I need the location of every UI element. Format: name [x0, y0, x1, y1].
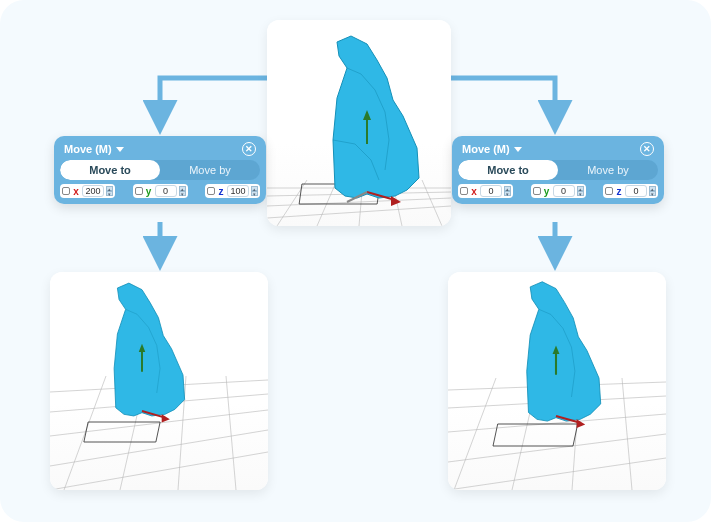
svg-line-28	[448, 434, 666, 462]
y-step-down[interactable]: ▾	[179, 191, 186, 196]
z-lock-checkbox[interactable]	[605, 187, 613, 195]
y-lock-checkbox[interactable]	[533, 187, 541, 195]
x-axis-label: x	[72, 186, 80, 197]
z-axis-label: z	[217, 186, 225, 197]
y-lock-checkbox[interactable]	[135, 187, 143, 195]
svg-rect-22	[84, 422, 160, 442]
chevron-down-icon[interactable]	[514, 147, 522, 152]
result-viewport-right	[448, 272, 666, 490]
y-input[interactable]	[553, 185, 575, 197]
panel-title: Move (M)	[64, 143, 112, 155]
z-lock-checkbox[interactable]	[207, 187, 215, 195]
tab-row: Move to Move by	[458, 160, 658, 180]
y-axis-label: y	[145, 186, 153, 197]
z-step-down[interactable]: ▾	[649, 191, 656, 196]
tab-move-by[interactable]: Move by	[160, 160, 260, 180]
tab-move-to[interactable]: Move to	[458, 160, 558, 180]
y-field: y ▴▾	[133, 184, 188, 198]
z-step-down[interactable]: ▾	[251, 191, 258, 196]
svg-line-16	[50, 430, 268, 466]
svg-line-30	[454, 378, 496, 490]
y-field: y ▴▾	[531, 184, 586, 198]
y-step-down[interactable]: ▾	[577, 191, 584, 196]
close-icon[interactable]: ✕	[640, 142, 654, 156]
diagram-canvas: Move (M) ✕ Move to Move by x ▴▾ y ▴▾	[0, 0, 711, 522]
z-field: z ▴▾	[205, 184, 260, 198]
close-icon[interactable]: ✕	[242, 142, 256, 156]
x-input[interactable]	[480, 185, 502, 197]
z-input[interactable]	[625, 185, 647, 197]
x-input[interactable]	[82, 185, 104, 197]
x-field: x ▴▾	[60, 184, 115, 198]
source-viewport	[267, 20, 451, 226]
z-field: z ▴▾	[603, 184, 658, 198]
svg-line-21	[226, 376, 236, 490]
x-step-down[interactable]: ▾	[504, 191, 511, 196]
x-lock-checkbox[interactable]	[62, 187, 70, 195]
svg-line-8	[422, 180, 442, 226]
tab-move-by[interactable]: Move by	[558, 160, 658, 180]
x-lock-checkbox[interactable]	[460, 187, 468, 195]
y-input[interactable]	[155, 185, 177, 197]
svg-line-33	[622, 378, 632, 490]
result-viewport-left	[50, 272, 268, 490]
x-step-down[interactable]: ▾	[106, 191, 113, 196]
chevron-down-icon[interactable]	[116, 147, 124, 152]
panel-title: Move (M)	[462, 143, 510, 155]
x-field: x ▴▾	[458, 184, 513, 198]
x-axis-label: x	[470, 186, 478, 197]
y-axis-label: y	[543, 186, 551, 197]
z-axis-label: z	[615, 186, 623, 197]
tab-move-to[interactable]: Move to	[60, 160, 160, 180]
svg-line-4	[277, 180, 307, 226]
tab-row: Move to Move by	[60, 160, 260, 180]
move-panel-left: Move (M) ✕ Move to Move by x ▴▾ y ▴▾	[54, 136, 266, 204]
svg-line-18	[64, 376, 106, 490]
z-input[interactable]	[227, 185, 249, 197]
svg-line-3	[267, 206, 451, 218]
move-panel-right: Move (M) ✕ Move to Move by x ▴▾ y ▴▾	[452, 136, 664, 204]
svg-line-29	[448, 458, 666, 490]
